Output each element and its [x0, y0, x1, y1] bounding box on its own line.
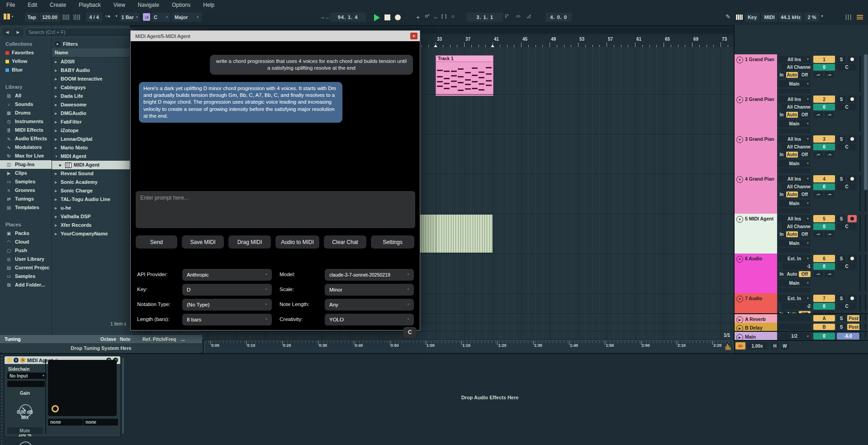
monitor-off-button[interactable]: Off: [799, 271, 811, 277]
device-scrollbar[interactable]: [122, 358, 124, 434]
sidebar-item-tunings[interactable]: ⇄Tunings: [0, 195, 52, 203]
menu-item-create[interactable]: Create: [43, 0, 72, 10]
track-fold-icon[interactable]: ▼: [736, 256, 743, 263]
solo-button[interactable]: S: [837, 315, 846, 321]
volume-field-2[interactable]: -∞: [825, 152, 834, 158]
arm-button[interactable]: [848, 215, 857, 222]
nudge-down-icon[interactable]: ||||: [62, 14, 70, 20]
expand-arrow-icon[interactable]: ▶: [55, 100, 58, 109]
api-provider-dropdown[interactable]: Anthropic⌄: [182, 269, 272, 281]
track-name-block[interactable]: ▼4 Grand Pian: [735, 174, 777, 214]
punch-in-icon[interactable]: ◸: [505, 14, 509, 19]
browser-back-button[interactable]: ◀: [2, 28, 12, 36]
monitor-off-button[interactable]: Off: [799, 191, 811, 197]
session-record-brackets-icon[interactable]: ⌈ ⌉: [441, 14, 447, 19]
menu-item-help[interactable]: Help: [197, 0, 221, 10]
track-fold-icon[interactable]: ▶: [736, 316, 743, 323]
vendor-row[interactable]: ▶Valhalla DSP: [52, 212, 130, 221]
expand-arrow-icon[interactable]: ▶: [55, 221, 58, 230]
track-input-select[interactable]: All Ins▼: [778, 215, 811, 222]
h-zoom-button[interactable]: H: [771, 342, 779, 349]
computer-midi-keyboard-icon[interactable]: [735, 14, 743, 20]
sidebar-item-blue[interactable]: Blue: [0, 66, 52, 74]
filters-expand-icon[interactable]: ▶: [55, 41, 61, 47]
re-enable-automation-icon[interactable]: ←: [433, 14, 439, 20]
tempo-field[interactable]: 120.00: [40, 13, 60, 22]
track-channel-select[interactable]: All Channe▼: [782, 144, 811, 150]
track-output-select[interactable]: Main▼: [778, 239, 811, 247]
track-extra-field[interactable]: [778, 168, 811, 173]
pan-box[interactable]: 0: [813, 64, 835, 71]
volume-field-2[interactable]: -∞: [825, 311, 834, 314]
sidebar-item-packs[interactable]: ▣Packs: [0, 229, 52, 238]
volume-field[interactable]: -∞: [813, 271, 823, 277]
dialog-title-bar[interactable]: MIDI Agent/5-MIDI Agent ✕: [131, 31, 420, 41]
track-number-box[interactable]: 1: [813, 56, 835, 63]
sidebar-item-samples[interactable]: ▭Samples: [0, 177, 52, 186]
chevron-down-icon[interactable]: ▼: [115, 14, 118, 18]
device-drag-handle[interactable]: [0, 354, 4, 445]
mute-button[interactable]: Mute: [7, 427, 43, 434]
vendor-row[interactable]: ▶YourCompanyName: [52, 230, 130, 238]
tap-tempo-button[interactable]: Tap: [25, 13, 38, 22]
expand-arrow-icon[interactable]: ▶: [55, 230, 58, 238]
monitor-in-button[interactable]: In: [778, 311, 785, 314]
vendor-row[interactable]: ▶Sonic Charge: [52, 187, 130, 195]
preferences-hamburger-icon[interactable]: [857, 15, 863, 19]
vendor-row[interactable]: ▶Dada Life: [52, 92, 130, 100]
track-channel-select[interactable]: All Channe▼: [782, 183, 811, 190]
time-ruler[interactable]: 0:000:100:200:300:400:501:001:101:201:30…: [204, 340, 734, 354]
vendor-row[interactable]: ▶Cableguys: [52, 83, 130, 92]
track-output-select[interactable]: Main▼: [778, 279, 811, 287]
monitor-auto-button[interactable]: Auto: [786, 231, 798, 237]
expand-arrow-icon[interactable]: ▶: [55, 83, 58, 92]
tuning-more-button[interactable]: ...: [181, 336, 185, 342]
vendor-row[interactable]: ▶BABY Audio: [52, 66, 130, 75]
expand-arrow-icon[interactable]: ▶: [55, 195, 58, 204]
monitor-auto-button[interactable]: Auto: [786, 152, 798, 158]
track-channel-select[interactable]: All Channe▼: [782, 64, 811, 71]
mix-knob[interactable]: [19, 441, 32, 445]
sidebar-item-user-library[interactable]: ◎User Library: [0, 255, 52, 263]
monitor-off-button[interactable]: Off: [799, 72, 811, 78]
expand-arrow-icon[interactable]: ▶: [55, 212, 58, 221]
menu-item-navigate[interactable]: Navigate: [132, 0, 166, 10]
vendor-row[interactable]: ▶BOOM Interactive: [52, 75, 130, 83]
midi-agent-clip-selected[interactable]: [436, 215, 493, 253]
w-zoom-button[interactable]: W: [781, 342, 789, 349]
track-input-select[interactable]: Ext. In▼: [778, 255, 811, 262]
browser-forward-button[interactable]: ▶: [13, 28, 23, 36]
time-signature-field[interactable]: 4 / 4: [86, 13, 102, 22]
track-name-block[interactable]: ▶Main: [735, 332, 777, 340]
pan-box[interactable]: 0: [813, 144, 835, 150]
punch-out-icon[interactable]: ◿: [527, 14, 531, 19]
sidebar-item-instruments[interactable]: ◷Instruments: [0, 117, 52, 126]
solo-button[interactable]: S: [837, 255, 846, 262]
pan-box[interactable]: 0: [813, 223, 835, 230]
midi-capture-icon[interactable]: ○: [451, 14, 455, 19]
sidebar-item-modulators[interactable]: ∿Modulators: [0, 143, 52, 152]
track-extra-field[interactable]: [778, 129, 811, 133]
device-on-icon[interactable]: [7, 358, 12, 363]
sidebar-item-samples[interactable]: ▭Samples: [0, 272, 52, 281]
monitor-auto-button[interactable]: Auto: [786, 72, 798, 78]
sidebar-item-all[interactable]: ▥All: [0, 91, 52, 100]
plugin-row-midi-agent[interactable]: ▶MIDI Agent: [52, 161, 130, 169]
track-input-select[interactable]: All Ins▼: [778, 175, 811, 182]
menu-item-view[interactable]: View: [107, 0, 132, 10]
filters-row[interactable]: ▶Filters: [52, 40, 130, 48]
expand-arrow-icon[interactable]: ▼: [55, 152, 58, 161]
track-number-box[interactable]: 5: [813, 215, 835, 222]
monitor-auto-button[interactable]: Auto: [786, 311, 798, 314]
track-number-box[interactable]: 3: [813, 135, 835, 143]
key-signature-icon[interactable]: ♭♯: [143, 13, 150, 21]
track-name-block[interactable]: ▼7 Audio: [735, 293, 777, 313]
arm-button[interactable]: [848, 96, 857, 103]
clear-chat-button[interactable]: Clear Chat: [324, 235, 366, 249]
track-channel-select[interactable]: 1▼: [782, 263, 811, 270]
panel-scrollbar[interactable]: [864, 54, 868, 190]
volume-field[interactable]: -∞: [813, 311, 823, 314]
expand-arrow-icon[interactable]: ▶: [55, 92, 58, 100]
midi-map-button[interactable]: MIDI: [761, 13, 778, 22]
track-fold-icon[interactable]: ▼: [736, 296, 743, 302]
